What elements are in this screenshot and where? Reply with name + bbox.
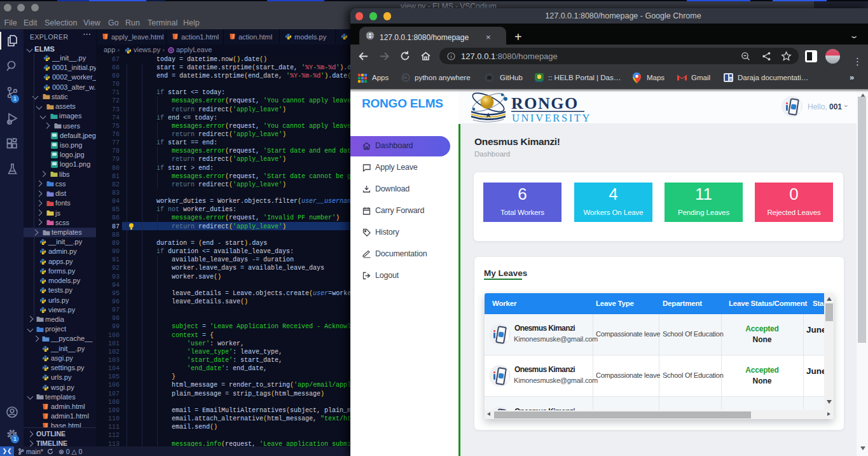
svg-text:RONGO: RONGO [511,94,579,113]
svg-text:UNIVERSITY: UNIVERSITY [512,112,591,123]
